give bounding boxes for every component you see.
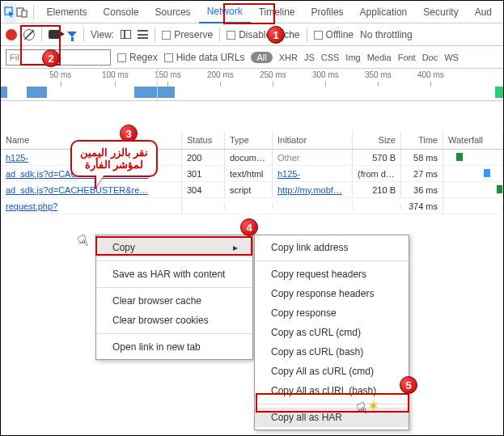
cell-status: 301 (182, 166, 225, 182)
tab-application[interactable]: Application (352, 1, 416, 23)
filter-font[interactable]: Font (398, 53, 416, 62)
cell-type: docume… (225, 150, 273, 166)
view-small-icon[interactable] (138, 30, 148, 39)
cell-time: 27 ms (401, 166, 443, 182)
tab-security[interactable]: Security (415, 1, 466, 23)
timeline-tick: 100 ms (102, 70, 129, 79)
col-initiator[interactable]: Initiator (273, 132, 353, 149)
cell-time: 58 ms (401, 150, 443, 166)
filter-doc[interactable]: Doc (422, 53, 438, 62)
menu-copy-res-headers[interactable]: Copy response headers (255, 284, 409, 303)
annotation-badge-2: 2 (42, 49, 60, 67)
view-large-icon[interactable] (121, 30, 131, 39)
menu-copy-req-headers[interactable]: Copy request headers (255, 265, 409, 284)
menu-clear-cache[interactable]: Clear browser cache (96, 291, 252, 311)
offline-checkbox[interactable]: Offline (314, 29, 354, 40)
annotation-box-1 (223, 3, 275, 24)
cell-initiator[interactable]: http://my.mobf… (273, 182, 353, 198)
request-name-link[interactable]: h125- (6, 153, 28, 163)
tab-console[interactable]: Console (95, 1, 147, 23)
annotation-badge-1: 1 (267, 26, 285, 44)
annotation-callout: نقر بالزر اليمينلمؤشر الفأرة (70, 140, 158, 177)
menu-copy-curl-bash[interactable]: Copy as cURL (bash) (255, 342, 409, 362)
svg-rect-2 (22, 11, 27, 17)
filter-ws[interactable]: WS (444, 53, 459, 62)
menu-open-tab[interactable]: Open link in new tab (96, 337, 252, 357)
filter-icon[interactable] (67, 32, 77, 37)
timeline-tick: 300 ms (312, 70, 339, 79)
timeline-tick: 350 ms (365, 70, 392, 79)
disable-cache-checkbox[interactable]: Disable cache (227, 29, 299, 40)
col-size[interactable]: Size (353, 132, 401, 149)
menu-copy-link[interactable]: Copy link address (255, 238, 409, 257)
cell-status (182, 203, 225, 210)
timeline-tick: 200 ms (207, 70, 234, 79)
filter-img[interactable]: Img (345, 53, 360, 62)
cell-waterfall (443, 182, 503, 198)
annotation-box-4 (95, 236, 252, 256)
filter-xhr[interactable]: XHR (279, 53, 298, 62)
cell-status: 304 (182, 182, 225, 198)
table-row[interactable]: ad_sdk.js?d=CACHEBUSTER&re…304scripthttp… (1, 182, 503, 198)
tab-sources[interactable]: Sources (147, 1, 199, 23)
network-toolbar: View: Preserve Disable cache Offline No … (1, 23, 503, 46)
filter-all[interactable]: All (251, 52, 272, 63)
cell-size (353, 203, 401, 210)
cell-initiator[interactable] (273, 203, 353, 210)
regex-checkbox[interactable]: Regex (117, 52, 158, 63)
col-status[interactable]: Status (182, 132, 225, 149)
device-icon[interactable] (16, 2, 28, 22)
record-button[interactable] (6, 29, 17, 40)
request-name-link[interactable]: request.php? (6, 201, 57, 211)
timeline-tick: 400 ms (417, 70, 444, 79)
throttle-select[interactable]: No throttling (360, 29, 413, 40)
table-row[interactable]: request.php?374 ms (1, 198, 503, 214)
cell-waterfall (443, 150, 503, 166)
timeline-tick: 50 ms (49, 70, 71, 79)
inspect-icon[interactable] (4, 2, 16, 22)
cell-size: 570 B (353, 150, 401, 166)
tab-audits[interactable]: Aud (467, 1, 500, 23)
cell-size: 210 B (353, 182, 401, 198)
cell-type: text/html (225, 166, 273, 182)
preserve-log-checkbox[interactable]: Preserve (162, 29, 213, 40)
cell-waterfall (443, 203, 503, 210)
menu-copy-curl-cmd[interactable]: Copy as cURL (cmd) (255, 323, 409, 342)
cell-initiator[interactable]: h125- (273, 166, 353, 182)
cell-status: 200 (182, 150, 225, 166)
timeline-tick: 150 ms (155, 70, 181, 79)
cell-size: (from di… (353, 166, 401, 182)
cell-time: 374 ms (401, 198, 443, 214)
col-waterfall[interactable]: Waterfall (443, 132, 503, 149)
cell-time: 36 ms (401, 182, 443, 198)
cell-type (225, 203, 273, 210)
cursor-icon: ☟ (74, 231, 90, 252)
menu-save-har[interactable]: Save as HAR with content (96, 265, 252, 284)
filter-css[interactable]: CSS (321, 53, 340, 62)
view-label: View: (91, 29, 114, 40)
tab-elements[interactable]: Elements (39, 1, 95, 23)
timeline-tick: 250 ms (260, 70, 286, 79)
annotation-badge-4: 4 (240, 218, 258, 236)
filter-js[interactable]: JS (304, 53, 315, 62)
cell-initiator[interactable]: Other (273, 150, 353, 166)
cell-type: script (225, 182, 273, 198)
col-type[interactable]: Type (225, 132, 273, 149)
click-spark-icon: ✶ (367, 397, 379, 415)
request-name-link[interactable]: ad_sdk.js?d=CACHEBUSTER&re… (6, 185, 148, 195)
annotation-box-5 (256, 393, 409, 413)
annotation-badge-5: 5 (400, 376, 417, 394)
menu-clear-cookies[interactable]: Clear browser cookies (96, 311, 252, 330)
cell-waterfall (443, 166, 503, 182)
menu-copy-all-curl-cmd[interactable]: Copy All as cURL (cmd) (255, 362, 409, 381)
menu-copy-response[interactable]: Copy response (255, 303, 409, 323)
hide-urls-checkbox[interactable]: Hide data URLs (164, 52, 245, 63)
tab-profiles[interactable]: Profiles (303, 1, 352, 23)
timeline-overview[interactable]: 50 ms 100 ms 150 ms 200 ms 250 ms 300 ms… (1, 69, 503, 101)
col-time[interactable]: Time (401, 132, 443, 149)
filter-bar: Regex Hide data URLs All XHR JS CSS Img … (1, 46, 503, 69)
filter-media[interactable]: Media (367, 53, 392, 62)
